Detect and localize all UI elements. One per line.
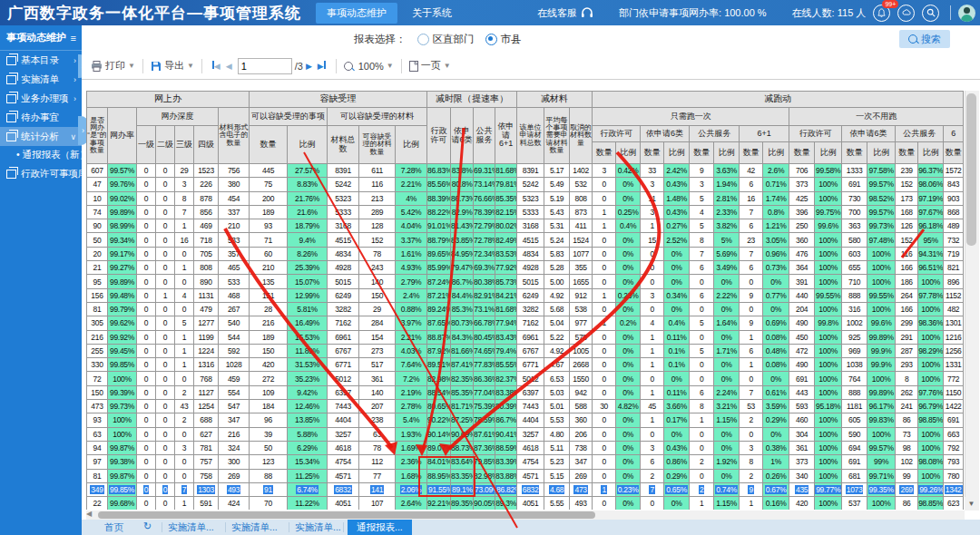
cell[interactable]: 8.26% (288, 247, 328, 260)
cell[interactable]: 85.55% (495, 358, 517, 372)
cell[interactable]: 6249 (328, 288, 359, 302)
cell[interactable]: 473 (570, 482, 593, 496)
cell[interactable]: 373 (789, 455, 815, 469)
cell[interactable]: 0% (714, 275, 740, 288)
cell[interactable]: 1 (593, 288, 616, 302)
cell[interactable]: 86 (896, 497, 918, 510)
cell[interactable]: 0 (641, 275, 664, 288)
cell[interactable]: 493 (219, 482, 250, 496)
cell[interactable]: 10 (87, 191, 108, 205)
cell[interactable]: 554 (219, 385, 250, 399)
cell[interactable]: 33 (641, 164, 664, 178)
cell[interactable]: 0 (156, 191, 175, 205)
cell[interactable]: 0 (175, 372, 194, 385)
cell[interactable]: 6771 (328, 358, 359, 372)
cell[interactable]: 3 (175, 178, 194, 191)
cell[interactable]: 100% (815, 372, 842, 385)
cell[interactable]: 5323 (328, 191, 359, 205)
cell[interactable]: 80.45% (474, 330, 495, 344)
cell[interactable]: 0 (175, 427, 194, 441)
cell[interactable]: 81.43% (451, 219, 474, 233)
cell[interactable]: 0.96% (763, 247, 789, 260)
table-row[interactable]: 7499.89%00785633718921.6%53332895.42%88.… (87, 205, 964, 219)
cell[interactable]: 84.4% (451, 288, 474, 302)
cell[interactable]: 4515 (328, 233, 359, 247)
cell[interactable]: 4515 (517, 233, 544, 247)
cell[interactable]: 0 (740, 427, 763, 441)
cell[interactable]: 100% (815, 497, 842, 510)
cell[interactable]: 3257 (517, 427, 544, 441)
cell[interactable]: 4571 (328, 469, 359, 482)
cell[interactable]: 100% (108, 427, 137, 441)
cell[interactable]: 0.61% (763, 385, 789, 399)
cell[interactable]: 590 (842, 427, 867, 441)
cell[interactable]: 96.18% (918, 219, 944, 233)
cell[interactable]: 0 (156, 427, 175, 441)
cell[interactable]: 0% (616, 413, 641, 427)
cell[interactable]: 425 (789, 191, 815, 205)
cloud-icon[interactable] (897, 5, 915, 22)
cell[interactable]: 0 (593, 261, 616, 275)
cell[interactable]: 7443 (328, 400, 359, 413)
cell[interactable]: 3168 (517, 219, 544, 233)
cell[interactable]: 691 (789, 372, 815, 385)
cell[interactable]: 304 (789, 427, 815, 441)
table-row[interactable]: 60799.57%0029152375644527.57%83916117.28… (87, 164, 964, 178)
tab-implementation-3[interactable]: 实施清单... (295, 520, 341, 535)
cell[interactable]: 3 (641, 441, 664, 454)
cell[interactable]: 3.63% (714, 164, 740, 178)
cell[interactable]: 79.81% (495, 178, 517, 191)
cell[interactable]: 3 (641, 178, 664, 191)
cell[interactable]: 99.27% (108, 261, 137, 275)
cell[interactable]: 1073 (842, 482, 867, 496)
cell[interactable]: 152 (359, 233, 396, 247)
cell[interactable]: 0.4% (664, 316, 690, 330)
cell[interactable]: 0 (175, 247, 194, 260)
cell[interactable]: 1342 (944, 482, 964, 496)
cell[interactable]: 29 (175, 164, 194, 178)
cell[interactable]: 99.39% (108, 385, 137, 399)
cell[interactable]: 226 (194, 178, 219, 191)
cell[interactable]: 2 (175, 413, 194, 427)
cell[interactable]: 269 (570, 469, 593, 482)
cell[interactable]: 1199 (194, 330, 219, 344)
cell[interactable]: 87.24% (427, 275, 451, 288)
cell[interactable]: 80.39% (495, 400, 517, 413)
cell[interactable]: 0 (137, 469, 156, 482)
cell[interactable]: 8 (896, 372, 918, 385)
cell[interactable]: 1254 (194, 400, 219, 413)
cell[interactable]: 925 (842, 330, 867, 344)
cell[interactable]: 7.28% (396, 164, 427, 178)
cell[interactable]: 83.85% (451, 233, 474, 247)
cell[interactable]: 100% (815, 427, 842, 441)
cell[interactable]: 380 (219, 178, 250, 191)
cell[interactable]: 4834 (517, 247, 544, 260)
cell[interactable]: 0 (137, 400, 156, 413)
cell[interactable]: 0% (616, 275, 641, 288)
table-row[interactable]: 8199.87%0007582698811.25%4571771.68%88.9… (87, 469, 964, 482)
cell[interactable]: 99.8% (815, 316, 842, 330)
cell[interactable]: 537 (842, 497, 867, 510)
cell[interactable]: 99.57% (867, 441, 896, 454)
cell[interactable]: 0 (137, 191, 156, 205)
cell[interactable]: 0 (156, 330, 175, 344)
cell[interactable]: 0.65% (664, 482, 690, 496)
cell[interactable]: 87.41% (451, 358, 474, 372)
cell[interactable]: 23 (740, 233, 763, 247)
cell[interactable]: 533 (219, 275, 250, 288)
cell[interactable]: 100% (867, 302, 896, 316)
cell[interactable]: 0 (137, 482, 156, 496)
cell[interactable]: 0.29% (763, 413, 789, 427)
cell[interactable]: 126 (896, 219, 918, 233)
cell[interactable]: 1127 (194, 385, 219, 399)
online-service[interactable]: 在线客服 (537, 6, 593, 20)
cell[interactable]: 0% (664, 427, 690, 441)
cell[interactable]: 2.21% (396, 178, 427, 191)
cell[interactable]: 5 (175, 316, 194, 330)
cell[interactable]: 792 (944, 441, 964, 454)
horizontal-scrollbar-thumb[interactable] (98, 511, 595, 519)
cell[interactable]: 0% (763, 302, 789, 316)
cell[interactable]: 3 (175, 441, 194, 454)
cell[interactable]: 0 (156, 344, 175, 357)
cell[interactable]: 0 (137, 455, 156, 469)
